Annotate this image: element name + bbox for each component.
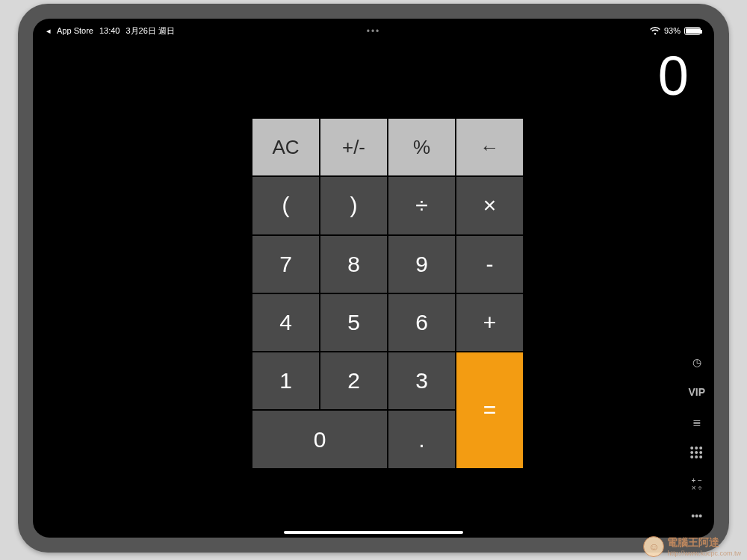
calc-display: 0 xyxy=(33,49,689,104)
key-7[interactable]: 7 xyxy=(252,236,319,293)
key-minus[interactable]: - xyxy=(456,236,523,293)
key-percent[interactable]: % xyxy=(388,119,455,175)
key-dot[interactable]: . xyxy=(388,411,455,467)
tool-more-icon[interactable]: ••• xyxy=(691,510,702,522)
key-0[interactable]: 0 xyxy=(252,411,387,467)
key-sign[interactable]: +/- xyxy=(320,119,387,175)
key-8[interactable]: 8 xyxy=(320,236,387,293)
tool-vip[interactable]: VIP xyxy=(688,386,705,398)
tool-list-icon[interactable]: ≣ xyxy=(692,416,701,428)
watermark-sub: http://www.kocpc.com.tw xyxy=(667,550,741,557)
wifi-icon xyxy=(650,27,660,35)
battery-percent: 93% xyxy=(664,26,681,35)
side-toolbar: ◷ VIP ≣ ••••••••• + −× ÷ ••• xyxy=(688,356,705,522)
back-app-label[interactable]: App Store xyxy=(57,26,93,35)
key-9[interactable]: 9 xyxy=(388,236,455,293)
watermark-face-icon: ☺ xyxy=(643,536,664,557)
back-chevron-icon[interactable]: ◂ xyxy=(46,26,51,36)
key-divide[interactable]: ÷ xyxy=(388,177,455,234)
tool-clock-icon[interactable]: ◷ xyxy=(692,356,701,368)
key-2[interactable]: 2 xyxy=(320,352,387,409)
key-3[interactable]: 3 xyxy=(388,352,455,409)
key-multiply[interactable]: × xyxy=(456,177,523,234)
key-equals[interactable]: = xyxy=(456,352,523,468)
key-plus[interactable]: + xyxy=(456,294,523,351)
tablet-frame: ◂ App Store 13:40 3月26日 週日 93% ••• 0 AC … xyxy=(18,4,729,553)
multitask-dots-icon[interactable]: ••• xyxy=(367,26,381,37)
status-time: 13:40 xyxy=(99,26,120,35)
battery-fill xyxy=(686,28,700,34)
key-4[interactable]: 4 xyxy=(252,294,319,351)
battery-icon xyxy=(684,27,701,35)
key-5[interactable]: 5 xyxy=(320,294,387,351)
screen: ◂ App Store 13:40 3月26日 週日 93% ••• 0 AC … xyxy=(33,19,714,538)
keypad: AC +/- % ← ( ) ÷ × 7 8 9 - 4 5 6 + 1 2 3… xyxy=(252,119,523,526)
tool-grid-icon[interactable]: ••••••••• xyxy=(690,446,704,459)
home-indicator[interactable] xyxy=(284,531,463,534)
watermark-title: 電腦王阿達 xyxy=(667,536,719,548)
key-6[interactable]: 6 xyxy=(388,294,455,351)
key-1[interactable]: 1 xyxy=(252,352,319,409)
key-backspace[interactable]: ← xyxy=(456,119,523,175)
key-ac[interactable]: AC xyxy=(252,119,319,175)
status-date: 3月26日 週日 xyxy=(125,25,174,37)
key-lparen[interactable]: ( xyxy=(252,177,319,234)
key-rparen[interactable]: ) xyxy=(320,177,387,234)
tool-scientific-icon[interactable]: + −× ÷ xyxy=(691,477,701,492)
watermark: ☺ 電腦王阿達 http://www.kocpc.com.tw xyxy=(643,536,741,557)
